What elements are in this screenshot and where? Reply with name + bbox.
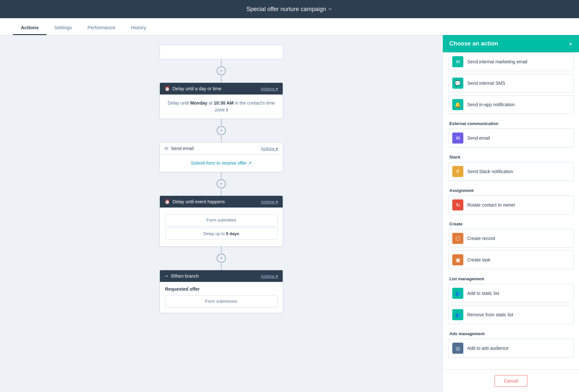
panel-title: Choose an action	[449, 40, 498, 47]
ads-management-section-label: Ads management	[448, 327, 574, 339]
action-send-internal-sms[interactable]: 💬 Send internal SMS	[448, 74, 574, 93]
placeholder-node	[160, 45, 283, 59]
top-bar: Special offer nurture campaign ✏	[0, 0, 579, 18]
workflow-title-container: Special offer nurture campaign ✏	[247, 6, 333, 13]
connector-line	[221, 263, 222, 270]
edit-title-icon[interactable]: ✏	[328, 6, 332, 12]
submit-form-link-text: Submit form to receive offer	[191, 160, 247, 167]
action-section-assignment: Assignment ↻ Rotate contact to owner	[448, 183, 574, 214]
add-to-static-list-label: Add to static list	[467, 291, 499, 296]
node-header-send-email: ✉ Send email Actions ▾	[160, 143, 283, 155]
panel-close-button[interactable]: ×	[569, 41, 573, 47]
if-then-label: If/then branch	[171, 273, 199, 279]
send-email-action-icon: ✉	[452, 133, 463, 144]
delay-event-body: Form submitted Delay up to 5 days	[160, 208, 283, 246]
submit-form-link[interactable]: Submit form to receive offer ↗	[191, 160, 252, 167]
send-email-label: Send email	[171, 146, 194, 151]
action-rotate-contact-to-owner[interactable]: ↻ Rotate contact to owner	[448, 196, 574, 214]
send-internal-sms-label: Send internal SMS	[467, 81, 505, 86]
connector-3: +	[13, 172, 430, 196]
delay-event-actions-btn[interactable]: Actions ▾	[261, 199, 278, 204]
action-create-task[interactable]: ▣ Create task	[448, 250, 574, 269]
action-add-to-ads-audience[interactable]: ◎ Add to ads audience	[448, 339, 574, 358]
branch-sub-label: Form submission	[165, 295, 277, 308]
connector-line	[221, 119, 222, 125]
remove-from-static-list-label: Remove from static list	[467, 312, 513, 317]
add-node-button-3[interactable]: +	[217, 179, 226, 188]
action-send-in-app-notification[interactable]: 🔔 Send in-app notification	[448, 95, 574, 114]
connector-line	[221, 136, 222, 142]
delay-icon: ⏰	[164, 86, 170, 91]
action-section-slack: Slack # Send Slack notification	[448, 150, 574, 181]
connector-line	[221, 59, 222, 66]
action-section-ads-management: Ads management ◎ Add to ads audience	[448, 327, 574, 358]
external-communication-section-label: External communication	[448, 117, 574, 129]
branch-icon: ⇀	[164, 273, 168, 279]
if-then-node: ⇀ If/then branch Actions ▾ Requested off…	[160, 270, 283, 313]
action-section-external-communication: External communication ✉ Send email	[448, 117, 574, 147]
create-task-label: Create task	[467, 257, 491, 262]
action-create-record[interactable]: ⬡ Create record	[448, 229, 574, 248]
add-node-button-4[interactable]: +	[217, 254, 226, 263]
create-section-label: Create	[448, 217, 574, 229]
create-task-icon: ▣	[452, 254, 463, 265]
send-email-node: ✉ Send email Actions ▾ Submit form to re…	[160, 142, 283, 172]
external-link-icon: ↗	[248, 160, 252, 167]
send-internal-marketing-email-icon: ✉	[452, 56, 463, 67]
send-email-actions-btn[interactable]: Actions ▾	[261, 146, 278, 151]
send-internal-marketing-email-label: Send internal marketing email	[467, 59, 527, 64]
send-email-body: Submit form to receive offer ↗	[160, 155, 283, 172]
action-add-to-static-list[interactable]: 👥 Add to static list	[448, 284, 574, 303]
delay-day-time-actions-btn[interactable]: Actions ▾	[261, 86, 278, 91]
assignment-section-label: Assignment	[448, 183, 574, 196]
node-header-delay-day: ⏰ Delay until a day or time Actions ▾	[160, 83, 283, 95]
tab-actions[interactable]: Actions	[13, 20, 46, 35]
action-send-slack-notification[interactable]: # Send Slack notification	[448, 162, 574, 181]
connector-line	[221, 247, 222, 253]
tab-performance[interactable]: Performance	[80, 20, 123, 35]
delay-event-node: ⏰ Delay until event happens Actions ▾ Fo…	[160, 196, 283, 247]
if-then-body: Requested offer Form submission	[160, 282, 283, 313]
action-section-create: Create ⬡ Create record ▣ Create task	[448, 217, 574, 269]
connector-4: +	[13, 247, 430, 270]
send-in-app-notification-label: Send in-app notification	[467, 102, 515, 107]
delay-day-time-node: ⏰ Delay until a day or time Actions ▾ De…	[160, 82, 283, 119]
workflow-canvas: + ⏰ Delay until a day or time Actions ▾ …	[0, 35, 443, 392]
node-header-delay-event: ⏰ Delay until event happens Actions ▾	[160, 196, 283, 208]
rotate-contact-label: Rotate contact to owner	[467, 202, 515, 208]
delay-day-time-body: Delay until Monday at 10:30 AM in the co…	[160, 95, 283, 119]
add-node-button-2[interactable]: +	[217, 126, 226, 135]
main-area: + ⏰ Delay until a day or time Actions ▾ …	[0, 35, 579, 392]
rotate-contact-icon: ↻	[452, 199, 463, 210]
send-email-icon: ✉	[164, 146, 168, 151]
if-then-actions-btn[interactable]: Actions ▾	[261, 274, 278, 279]
delay-day-time-label: Delay until a day or time	[173, 86, 221, 91]
remove-from-static-list-icon: 👥	[452, 309, 463, 320]
delay-event-sub1: Form submitted	[165, 214, 277, 226]
tab-bar: Actions Settings Performance History	[0, 18, 579, 35]
slack-section-label: Slack	[448, 150, 574, 162]
delay-event-sub2: Delay up to 5 days	[165, 228, 277, 240]
connector-line	[221, 189, 222, 196]
add-node-button-1[interactable]: +	[217, 66, 226, 75]
tab-settings[interactable]: Settings	[46, 20, 80, 35]
workflow-title: Special offer nurture campaign	[247, 6, 326, 13]
choose-action-panel: Choose an action × ✉ Send internal marke…	[443, 35, 579, 392]
panel-body: ✉ Send internal marketing email 💬 Send i…	[443, 52, 579, 370]
connector-1: +	[13, 59, 430, 82]
branch-label: Requested offer	[165, 286, 277, 293]
list-management-section-label: List management	[448, 272, 574, 284]
delay-event-icon: ⏰	[164, 199, 170, 204]
tab-history[interactable]: History	[123, 20, 154, 35]
action-remove-from-static-list[interactable]: 👥 Remove from static list	[448, 305, 574, 324]
send-internal-sms-icon: 💬	[452, 78, 463, 89]
cancel-button[interactable]: Cancel	[495, 375, 528, 387]
create-record-label: Create record	[467, 236, 495, 241]
action-send-email[interactable]: ✉ Send email	[448, 129, 574, 147]
send-email-action-label: Send email	[467, 135, 490, 141]
send-slack-notification-label: Send Slack notification	[467, 169, 513, 174]
add-to-ads-audience-label: Add to ads audience	[467, 346, 509, 351]
add-to-static-list-icon: 👥	[452, 288, 463, 299]
action-send-internal-marketing-email[interactable]: ✉ Send internal marketing email	[448, 52, 574, 71]
action-section-internal-comms: ✉ Send internal marketing email 💬 Send i…	[448, 52, 574, 114]
